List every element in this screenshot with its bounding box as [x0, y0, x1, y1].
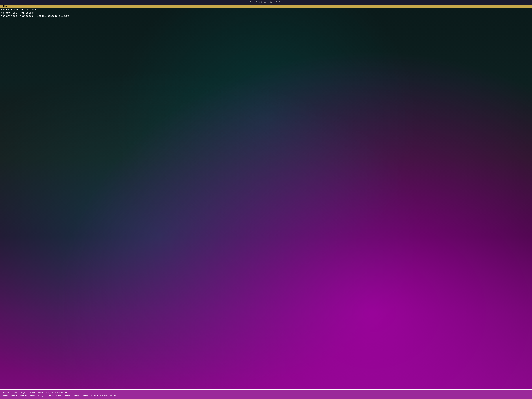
boot-menu[interactable]: *Ubuntu Advanced options for Ubuntu Memo… — [0, 5, 532, 18]
grub-screen: GNU GRUB version 2.02 *Ubuntu Advanced o… — [0, 0, 532, 399]
status-line2: Press enter to boot the selected OS, `e'… — [3, 394, 529, 397]
menu-item-ubuntu[interactable]: *Ubuntu — [0, 5, 532, 8]
grub-title: GNU GRUB version 2.02 — [250, 1, 282, 3]
main-content: *Ubuntu Advanced options for Ubuntu Memo… — [0, 5, 532, 389]
status-bar: Use the ↑ and ↓ keys to select which ent… — [0, 389, 532, 399]
menu-item-memtest[interactable]: Memory test (memtest86+) — [0, 11, 532, 14]
title-bar: GNU GRUB version 2.02 — [0, 0, 532, 5]
screen-artifact-line — [165, 5, 165, 389]
background-gradient — [0, 5, 532, 389]
menu-item-advanced[interactable]: Advanced options for Ubuntu — [0, 8, 532, 11]
menu-item-memtest-serial[interactable]: Memory test (memtest86+, serial console … — [0, 14, 532, 18]
status-line1: Use the ↑ and ↓ keys to select which ent… — [3, 391, 529, 394]
